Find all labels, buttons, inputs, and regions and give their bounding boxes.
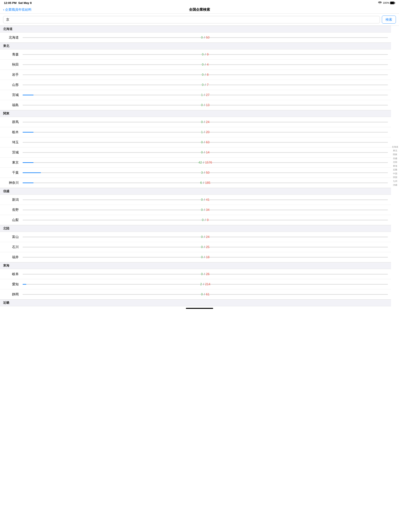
count-total: 8 <box>207 73 209 76</box>
side-index-item[interactable]: 東海 <box>392 164 398 168</box>
region-row[interactable]: 群馬0 / 24 <box>0 117 391 127</box>
region-row[interactable]: 栃木1 / 20 <box>0 127 391 137</box>
region-name: 愛知 <box>3 282 23 286</box>
count-total: 214 <box>205 283 210 286</box>
region-row[interactable]: 宮城1 / 27 <box>0 90 391 100</box>
count-slash: / <box>204 272 205 276</box>
home-bar <box>186 308 213 309</box>
nav-back-button[interactable]: ‹ 企業職員年収給料 <box>3 7 32 12</box>
bar-area: 0 / 61 <box>23 292 388 297</box>
svg-rect-1 <box>390 2 394 4</box>
region-row[interactable]: 神奈川6 / 185 <box>0 178 391 188</box>
count-matched: 0 <box>202 73 204 76</box>
count-area: 1 / 27 <box>201 93 209 97</box>
side-index-item[interactable]: 東北 <box>392 149 398 152</box>
region-row[interactable]: 富山0 / 24 <box>0 232 391 242</box>
count-matched: 1 <box>201 130 203 134</box>
bar-fill <box>23 183 33 183</box>
count-matched: 0 <box>202 83 204 87</box>
search-button[interactable]: 検索 <box>382 16 396 24</box>
count-total: 24 <box>206 120 209 124</box>
bar-area: 0 / 14 <box>23 150 388 155</box>
count-slash: / <box>205 63 206 66</box>
region-row[interactable]: 山形0 / 7 <box>0 80 391 90</box>
region-row[interactable]: 埼玉0 / 63 <box>0 137 391 147</box>
region-row[interactable]: 愛知2 / 214 <box>0 279 391 289</box>
section-header-shinetsu: 信越 <box>0 188 391 195</box>
region-row[interactable]: 岩手0 / 8 <box>0 70 391 80</box>
count-slash: / <box>204 255 205 259</box>
main-list: 北海道北海道0 / 50東北青森0 / 9秋田0 / 4岩手0 / 8山形0 /… <box>0 26 391 306</box>
bar-area: 42 / 1576 <box>23 160 388 165</box>
bar-area: 3 / 50 <box>23 170 388 175</box>
bar-area: 2 / 214 <box>23 282 388 287</box>
count-total: 25 <box>206 245 209 249</box>
side-index-item[interactable]: 関東 <box>392 153 398 156</box>
content-area: 北海道北海道0 / 50東北青森0 / 9秋田0 / 4岩手0 / 8山形0 /… <box>0 26 399 306</box>
region-row[interactable]: 千葉3 / 50 <box>0 168 391 178</box>
count-area: 0 / 18 <box>201 255 209 259</box>
count-area: 0 / 13 <box>201 103 209 107</box>
count-area: 0 / 61 <box>201 293 209 296</box>
side-index-item[interactable]: 沖縄 <box>392 184 398 187</box>
side-index-item[interactable]: 四国 <box>392 176 398 179</box>
count-matched: 0 <box>201 255 203 259</box>
region-row[interactable]: 福島0 / 13 <box>0 100 391 110</box>
side-index-item[interactable]: 中国 <box>392 172 398 176</box>
bar-area: 0 / 34 <box>23 208 388 212</box>
section-header-kinki: 近畿 <box>0 299 391 306</box>
side-index-item[interactable]: 北海道 <box>392 145 398 149</box>
count-area: 2 / 214 <box>200 283 210 286</box>
side-index-item[interactable]: 北陸 <box>392 160 398 164</box>
side-index-item[interactable]: 九州 <box>392 180 398 183</box>
side-index-item[interactable]: 近畿 <box>392 168 398 171</box>
count-slash: / <box>205 53 206 56</box>
count-slash: / <box>204 208 205 212</box>
count-slash: / <box>204 130 205 134</box>
status-right: 100% <box>378 1 395 5</box>
count-area: 1 / 20 <box>201 130 209 134</box>
region-row[interactable]: 青森0 / 9 <box>0 50 391 60</box>
count-matched: 42 <box>199 161 202 164</box>
count-matched: 0 <box>201 208 203 212</box>
region-row[interactable]: 秋田0 / 4 <box>0 60 391 70</box>
count-total: 34 <box>206 208 209 212</box>
count-total: 26 <box>206 272 209 276</box>
region-name: 長野 <box>3 208 23 212</box>
bar-fill <box>23 132 33 133</box>
side-index-item[interactable]: 信越 <box>392 157 398 160</box>
count-slash: / <box>204 36 205 39</box>
region-row[interactable]: 石川0 / 25 <box>0 242 391 252</box>
count-area: 0 / 4 <box>202 63 208 66</box>
region-row[interactable]: 長野0 / 34 <box>0 205 391 215</box>
count-matched: 0 <box>202 218 204 222</box>
count-matched: 0 <box>201 235 203 239</box>
bar-fill <box>23 284 26 285</box>
bar-area: 0 / 25 <box>23 245 388 249</box>
count-matched: 0 <box>201 198 203 202</box>
nav-bar: ‹ 企業職員年収給料 全国企業検索 <box>0 6 399 14</box>
region-row[interactable]: 福井0 / 18 <box>0 252 391 262</box>
bar-area: 1 / 20 <box>23 130 388 134</box>
region-name: 福島 <box>3 103 23 107</box>
bar-area: 0 / 63 <box>23 140 388 145</box>
count-area: 0 / 50 <box>201 36 209 39</box>
region-row[interactable]: 静岡0 / 61 <box>0 289 391 299</box>
count-total: 14 <box>206 151 209 154</box>
count-area: 0 / 14 <box>201 151 209 154</box>
region-row[interactable]: 北海道0 / 50 <box>0 32 391 43</box>
count-matched: 0 <box>201 151 203 154</box>
bar-fill <box>23 162 33 163</box>
region-row[interactable]: 新潟0 / 41 <box>0 195 391 205</box>
region-row[interactable]: 山梨0 / 9 <box>0 215 391 225</box>
search-input[interactable] <box>3 16 380 23</box>
region-row[interactable]: 茨城0 / 14 <box>0 147 391 158</box>
side-index[interactable]: 北海道東北関東信越北陸東海近畿中国四国九州沖縄 <box>391 26 399 306</box>
region-name: 秋田 <box>3 62 23 67</box>
region-row[interactable]: 東京42 / 1576 <box>0 158 391 168</box>
count-slash: / <box>204 103 205 107</box>
region-name: 千葉 <box>3 170 23 175</box>
region-row[interactable]: 岐阜0 / 26 <box>0 269 391 279</box>
section-header-tohoku: 東北 <box>0 43 391 50</box>
bar-area: 0 / 24 <box>23 120 388 124</box>
